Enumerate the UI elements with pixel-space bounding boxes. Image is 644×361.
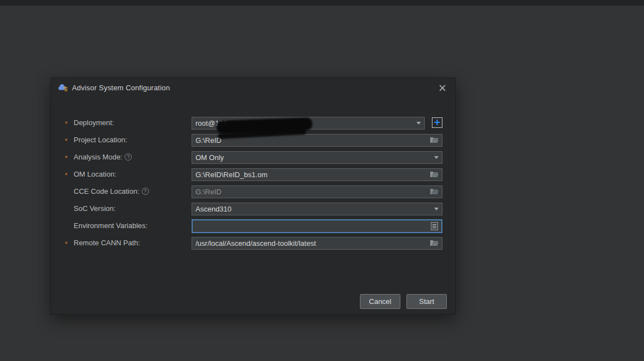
cce-code-location-label: CCE Code Location: <box>74 187 140 195</box>
cce-code-location-input[interactable]: G:\ReID <box>192 185 442 198</box>
form-row-om-location: * OM Location: G:\ReID\ReID_bs1.om <box>51 168 455 185</box>
help-icon[interactable]: ? <box>125 153 132 161</box>
form-row-environment-variables: Environment Variables: <box>51 219 455 236</box>
folder-open-icon[interactable] <box>430 240 439 247</box>
form-row-soc-version: SoC Version: Ascend310 <box>51 202 455 219</box>
cce-code-location-value: G:\ReID <box>195 188 426 196</box>
list-editor-icon[interactable] <box>431 222 438 230</box>
chevron-down-icon[interactable] <box>434 156 439 159</box>
folder-open-icon[interactable] <box>430 171 439 178</box>
analysis-mode-value: OM Only <box>195 153 431 162</box>
required-asterisk: * <box>65 238 74 248</box>
required-asterisk <box>65 208 74 209</box>
analysis-mode-combobox[interactable]: OM Only <box>192 151 442 164</box>
project-location-label: Project Location: <box>74 136 127 144</box>
advisor-config-dialog: Advisor System Configuration × * Deploym… <box>50 78 456 314</box>
dialog-title: Advisor System Configuration <box>72 84 170 92</box>
form-row-cce-code-location: CCE Code Location: ? G:\ReID <box>51 185 455 202</box>
dialog-titlebar: Advisor System Configuration × <box>51 78 455 97</box>
chevron-down-icon[interactable] <box>434 208 439 210</box>
soc-version-value: Ascend310 <box>195 205 431 213</box>
required-asterisk <box>65 225 74 226</box>
add-deployment-button[interactable]: + <box>432 117 442 128</box>
remote-cann-path-label: Remote CANN Path: <box>74 239 140 247</box>
soc-version-combobox[interactable]: Ascend310 <box>192 203 442 215</box>
om-location-input[interactable]: G:\ReID\ReID_bs1.om <box>192 168 442 181</box>
required-asterisk: * <box>65 169 74 179</box>
analysis-mode-label: Analysis Mode: <box>74 153 122 161</box>
om-location-value: G:\ReID\ReID_bs1.om <box>195 171 426 179</box>
om-location-label: OM Location: <box>74 170 116 178</box>
remote-cann-path-value: /usr/local/Ascend/ascend-toolkit/latest <box>195 239 426 247</box>
required-asterisk <box>65 190 74 192</box>
start-button[interactable]: Start <box>406 294 447 309</box>
folder-open-icon[interactable] <box>430 137 439 144</box>
dialog-footer: Cancel Start <box>360 294 447 309</box>
deployment-label: Deployment: <box>74 118 114 127</box>
chevron-down-icon[interactable] <box>416 122 421 125</box>
cancel-button[interactable]: Cancel <box>360 294 400 309</box>
required-asterisk: * <box>65 152 74 162</box>
remote-cann-path-input[interactable]: /usr/local/Ascend/ascend-toolkit/latest <box>192 237 442 250</box>
environment-variables-input[interactable] <box>192 219 442 233</box>
required-asterisk: * <box>65 118 74 128</box>
advisor-app-icon <box>58 84 68 92</box>
folder-open-icon[interactable] <box>430 188 439 195</box>
top-strip <box>0 0 644 6</box>
form-row-remote-cann-path: * Remote CANN Path: /usr/local/Ascend/as… <box>51 236 455 254</box>
form-row-analysis-mode: * Analysis Mode: ? OM Only <box>51 151 455 168</box>
soc-version-label: SoC Version: <box>74 204 116 213</box>
help-icon[interactable]: ? <box>142 188 149 195</box>
close-icon[interactable]: × <box>437 83 448 92</box>
environment-variables-label: Environment Variables: <box>74 221 147 230</box>
required-asterisk: * <box>65 135 74 145</box>
